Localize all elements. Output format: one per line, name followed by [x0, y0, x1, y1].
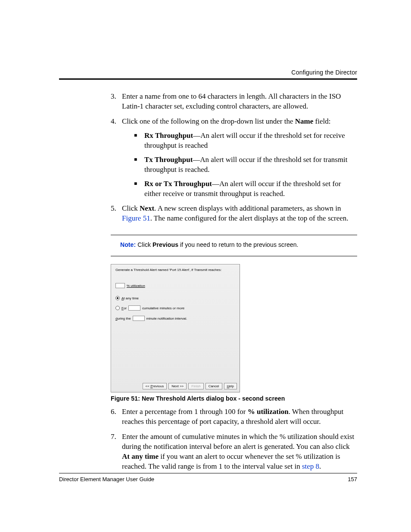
step-4-rxtx-label: Rx or Tx Throughput [144, 180, 212, 188]
step-5-next-bold: Next [140, 204, 154, 212]
at-any-time-radio[interactable] [115, 296, 120, 300]
step-7-c: . [319, 462, 321, 470]
step-6-a: Enter a percentage from 1 through 100 fo… [122, 408, 248, 416]
footer-guide-title: Director Element Manager User Guide [59, 476, 154, 482]
note-b: if you need to return to the previous sc… [178, 241, 299, 248]
note-previous: Previous [153, 241, 178, 248]
step-5-c: . The name configured for the alert disp… [150, 214, 349, 222]
step-5: 5. Click Next. A new screen displays wit… [111, 204, 357, 224]
step-4-item-rxtx: Rx or Tx Throughput—An alert will occur … [134, 179, 357, 199]
utilization-label: % utilization [127, 284, 145, 288]
step-7-number: 7. [111, 432, 116, 442]
dialog-title: Generate a Threshold Alert named 'Port 1… [115, 268, 235, 272]
step-3: 3. Enter a name from one to 64 character… [111, 92, 357, 112]
note-label: Note: [120, 241, 136, 248]
step-4-lead: Click one of the following on the drop-d… [122, 117, 295, 125]
during-tail: minute notification interval. [146, 317, 187, 320]
next-button[interactable]: Next >> [168, 383, 187, 389]
during-label: during the [115, 317, 131, 320]
note-a: Click [136, 241, 153, 248]
step-4: 4. Click one of the following on the dro… [111, 117, 357, 199]
figure-caption: Figure 51: New Threshold Alerts dialog b… [111, 395, 357, 402]
step-4-name-bold: Name [295, 117, 313, 125]
page-footer: Director Element Manager User Guide 157 [59, 473, 357, 482]
for-label: For [121, 306, 127, 310]
step-5-number: 5. [111, 204, 116, 214]
for-tail: cumulative minutes or more [142, 306, 184, 310]
at-any-time-label: At any time [121, 296, 139, 300]
step-4-number: 4. [111, 117, 116, 127]
note-block: Note: Click Previous if you need to retu… [111, 235, 357, 256]
step-4-tail: field: [313, 117, 330, 125]
figure-ref-link[interactable]: Figure 51 [122, 214, 150, 222]
for-minutes-input[interactable] [128, 305, 140, 311]
step-7: 7. Enter the amount of cumulative minute… [111, 432, 357, 472]
step-ref-link[interactable]: step 8 [302, 462, 319, 470]
step-5-b: . A new screen displays with additional … [154, 204, 341, 212]
step-4-item-rx: Rx Throughput—An alert will occur if the… [134, 131, 357, 151]
step-6-number: 6. [111, 407, 116, 417]
finish-button[interactable]: Finish [188, 383, 203, 389]
step-6-util-bold: % utilization [248, 408, 289, 416]
cancel-button[interactable]: Cancel [206, 383, 222, 389]
during-interval-input[interactable] [133, 316, 145, 321]
footer-rule [59, 473, 357, 473]
step-5-a: Click [122, 204, 140, 212]
step-7-any-bold: At any time [122, 452, 159, 460]
step-7-a: Enter the amount of cumulative minutes i… [122, 432, 354, 451]
running-header: Configuring the Director [59, 69, 357, 76]
previous-button[interactable]: << Previous [143, 383, 167, 389]
step-3-text: Enter a name from one to 64 characters i… [122, 92, 341, 110]
page-number: 157 [348, 476, 357, 482]
help-button[interactable]: Help [224, 383, 237, 389]
step-4-tx-label: Tx Throughput [144, 156, 193, 164]
step-4-item-tx: Tx Throughput—An alert will occur if the… [134, 155, 357, 175]
for-radio[interactable] [115, 306, 120, 310]
step-4-rx-label: Rx Throughput [144, 131, 193, 140]
step-3-number: 3. [111, 92, 116, 102]
header-rule [59, 78, 357, 80]
threshold-alert-dialog: Generate a Threshold Alert named 'Port 1… [111, 264, 240, 392]
step-6: 6. Enter a percentage from 1 through 100… [111, 407, 357, 427]
utilization-input[interactable] [115, 283, 125, 288]
